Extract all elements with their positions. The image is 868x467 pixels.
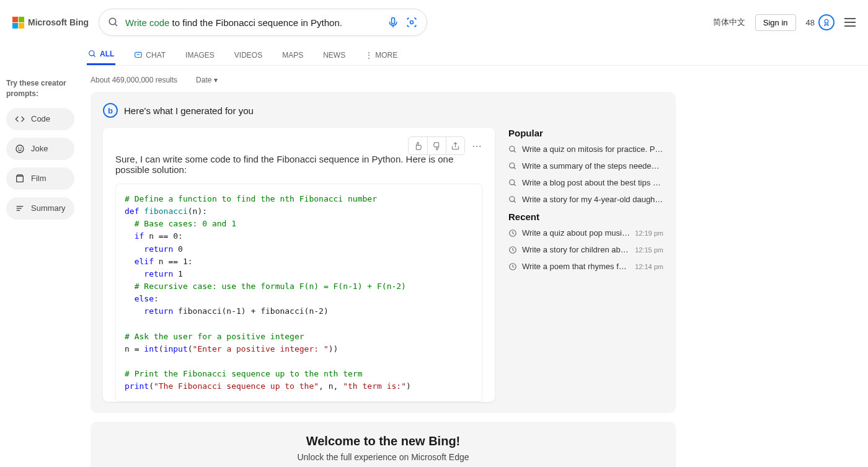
main-column: About 469,000,000 results Date ▾ b Here'… [81, 66, 676, 467]
answer-text: Sure, I can write some code to find the … [115, 154, 482, 175]
svg-rect-8 [135, 52, 142, 57]
prompt-film[interactable]: Film [6, 167, 74, 190]
thumbs-down-button[interactable] [427, 137, 446, 154]
bing-logo[interactable]: Microsoft Bing [12, 17, 89, 29]
history-icon [508, 246, 517, 254]
recent-item[interactable]: Write a story for children abo…12:15 pm [508, 245, 663, 254]
date-filter[interactable]: Date ▾ [196, 76, 218, 84]
popular-item[interactable]: Write a story for my 4-year-old daughter… [508, 195, 663, 204]
svg-point-11 [21, 148, 22, 148]
popular-item[interactable]: Write a quiz on mitosis for practice. Pr… [508, 145, 663, 154]
code-icon [15, 114, 25, 124]
svg-point-6 [89, 51, 94, 56]
rewards-icon [818, 14, 835, 30]
search-icon [508, 195, 517, 204]
tab-videos[interactable]: VIDEOS [233, 46, 264, 64]
svg-rect-12 [17, 176, 24, 182]
svg-point-0 [109, 18, 116, 25]
search-icon [108, 17, 119, 28]
svg-point-22 [510, 196, 515, 201]
dots-icon: ⋮ [365, 51, 372, 60]
thumbs-up-icon [414, 141, 423, 151]
svg-point-5 [825, 19, 828, 23]
tab-images[interactable]: IMAGES [184, 46, 216, 64]
svg-line-1 [115, 24, 117, 26]
card-heading: Here's what I generated for you [124, 105, 254, 116]
tab-news[interactable]: NEWS [322, 46, 347, 64]
ai-answer-card: b Here's what I generated for you ⋯ Sure… [91, 92, 676, 413]
prompt-joke[interactable]: Joke [6, 138, 74, 160]
prompt-summary[interactable]: Summary [6, 197, 74, 220]
results-info: About 469,000,000 results Date ▾ [91, 76, 676, 84]
search-icon [508, 162, 517, 171]
share-icon [451, 141, 460, 151]
menu-icon[interactable] [844, 18, 856, 27]
recent-item[interactable]: Write a poem that rhymes for …12:14 pm [508, 262, 663, 271]
tab-chat[interactable]: CHAT [133, 46, 167, 64]
promo-subtitle: Unlock the full experience on Microsoft … [103, 452, 663, 462]
tab-more[interactable]: ⋮ MORE [364, 46, 399, 64]
history-icon [508, 229, 517, 238]
search-icon [508, 179, 517, 187]
sidebar-title: Try these creator prompts: [6, 78, 74, 99]
answer-actions: ⋯ [408, 136, 486, 155]
bing-chat-icon: b [103, 103, 118, 118]
tab-maps[interactable]: MAPS [281, 46, 304, 64]
microsoft-logo-icon [12, 17, 24, 29]
popular-item[interactable]: Write a summary of the steps needed to … [508, 161, 663, 171]
brand-text: Microsoft Bing [28, 17, 89, 27]
svg-point-4 [410, 21, 414, 24]
svg-point-16 [510, 146, 515, 151]
svg-rect-2 [392, 18, 395, 24]
search-icon [88, 50, 97, 58]
recent-heading: Recent [508, 211, 663, 222]
right-column: Popular Write a quiz on mitosis for prac… [508, 128, 663, 402]
more-button[interactable]: ⋯ [467, 137, 486, 154]
svg-line-7 [94, 55, 95, 57]
search-icon [508, 145, 517, 154]
chevron-down-icon: ▾ [214, 76, 218, 84]
tab-all[interactable]: ALL [87, 45, 115, 65]
svg-point-18 [510, 162, 515, 167]
rewards-points: 48 [806, 18, 815, 27]
result-count: About 469,000,000 results [91, 76, 177, 84]
prompt-code[interactable]: Code [6, 108, 74, 130]
svg-point-9 [16, 145, 24, 153]
popular-heading: Popular [508, 128, 663, 138]
search-bar[interactable]: Write code to find the Fibonacci sequenc… [99, 9, 427, 36]
signin-button[interactable]: Sign in [755, 14, 796, 31]
smile-icon [15, 144, 25, 154]
svg-line-19 [514, 167, 516, 169]
header: Microsoft Bing Write code to find the Fi… [0, 0, 868, 36]
image-search-icon[interactable] [405, 16, 418, 29]
header-right: 简体中文 Sign in 48 [713, 14, 856, 31]
svg-line-17 [514, 150, 516, 152]
film-icon [15, 174, 25, 184]
history-icon [508, 262, 517, 271]
svg-line-23 [514, 200, 516, 202]
mic-icon[interactable] [387, 16, 399, 29]
content: Try these creator prompts: Code Joke Fil… [0, 66, 868, 467]
code-block: # Define a function to find the nth Fibo… [115, 184, 482, 402]
popular-item[interactable]: Write a blog post about the best tips an… [508, 178, 663, 187]
language-link[interactable]: 简体中文 [713, 17, 745, 28]
svg-point-10 [19, 148, 19, 148]
chat-icon [134, 51, 143, 60]
summary-icon [15, 203, 25, 213]
promo-title: Welcome to the new Bing! [103, 434, 663, 448]
sidebar: Try these creator prompts: Code Joke Fil… [0, 66, 81, 467]
promo-card: Welcome to the new Bing! Unlock the full… [91, 422, 676, 467]
thumbs-up-button[interactable] [409, 137, 427, 154]
rewards[interactable]: 48 [806, 14, 835, 30]
nav-tabs: ALL CHAT IMAGES VIDEOS MAPS NEWS ⋮ MORE [87, 45, 868, 66]
thumbs-down-icon [432, 141, 441, 151]
search-query[interactable]: Write code to find the Fibonacci sequenc… [125, 17, 381, 28]
recent-item[interactable]: Write a quiz about pop music…12:19 pm [508, 228, 663, 238]
share-button[interactable] [446, 137, 464, 154]
answer-box: ⋯ Sure, I can write some code to find th… [103, 128, 495, 402]
svg-line-21 [514, 184, 516, 185]
svg-point-20 [510, 179, 515, 184]
